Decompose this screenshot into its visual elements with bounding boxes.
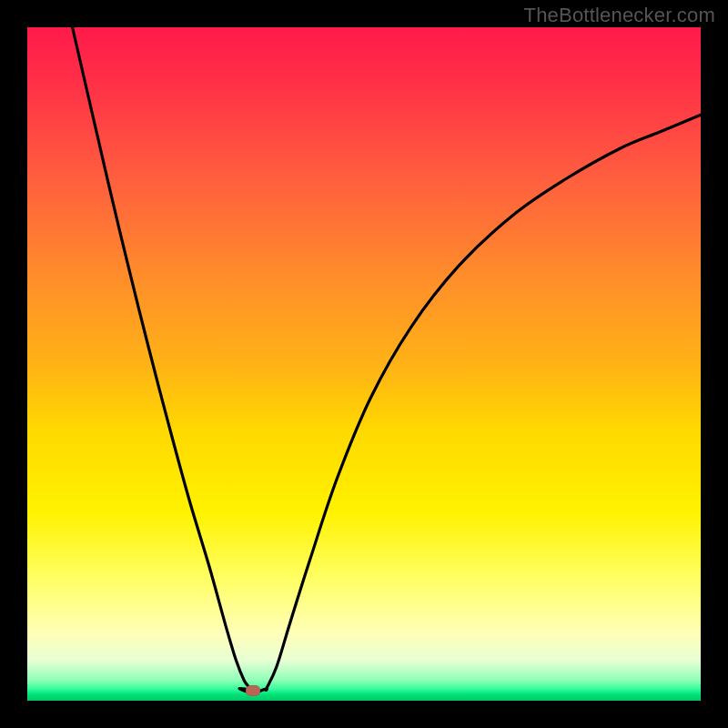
plot-area (27, 27, 701, 701)
chart-frame (27, 27, 701, 701)
optimal-point-marker (246, 685, 260, 696)
watermark-text: TheBottlenecker.com (524, 4, 715, 27)
bottleneck-curve (27, 27, 701, 701)
